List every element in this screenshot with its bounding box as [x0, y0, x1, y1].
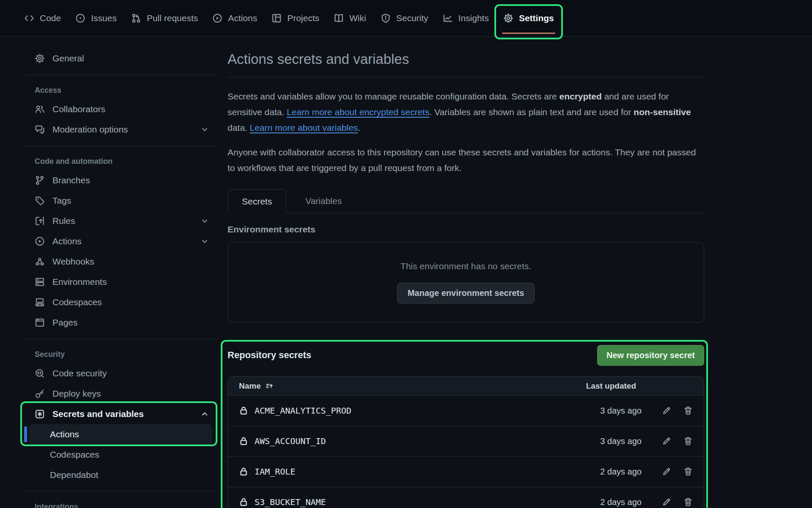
sidebar-item-label: Code security — [52, 368, 107, 378]
edit-secret-button[interactable] — [662, 497, 671, 507]
sidebar-item-label: Moderation options — [52, 124, 128, 135]
key-asterisk-icon — [35, 409, 45, 419]
environment-secrets-empty-box: This environment has no secrets. Manage … — [228, 242, 704, 323]
sidebar-subitem-label: Dependabot — [50, 470, 98, 480]
github-repo-settings-page: { "colors": { "annotation_green": "#2ee5… — [0, 0, 812, 508]
row-actions — [662, 467, 693, 476]
delete-secret-button[interactable] — [683, 406, 693, 415]
nav-tab-label: Projects — [287, 13, 319, 23]
last-updated-value: 3 days ago — [600, 436, 642, 446]
column-header-name[interactable]: Name — [239, 381, 274, 391]
sidebar-item-branches[interactable]: Branches — [25, 170, 221, 190]
divider — [25, 75, 218, 75]
sidebar-item-label: Actions — [52, 236, 82, 246]
learn-more-encrypted-secrets-link[interactable]: Learn more about encrypted secrets — [287, 107, 429, 117]
page-title: Actions secrets and variables — [228, 51, 704, 68]
nav-tab-label: Security — [396, 13, 428, 23]
nav-tab-code[interactable]: Code — [17, 0, 68, 36]
table-icon — [272, 13, 282, 23]
secret-name: AWS_ACCOUNT_ID — [239, 436, 326, 446]
nav-tab-pull-requests[interactable]: Pull requests — [124, 0, 205, 36]
row-actions — [662, 406, 693, 415]
sidebar-item-label: Collaborators — [52, 104, 105, 114]
sidebar-item-collaborators[interactable]: Collaborators — [25, 99, 221, 119]
sidebar-subitem-actions-active[interactable]: Actions — [29, 424, 212, 444]
sidebar-item-deploy-keys[interactable]: Deploy keys — [25, 384, 221, 404]
sidebar-item-label: Pages — [52, 318, 78, 328]
sidebar-subitem-dependabot[interactable]: Dependabot — [25, 465, 221, 485]
edit-secret-button[interactable] — [662, 467, 671, 476]
lock-icon — [239, 436, 248, 446]
manage-environment-secrets-button[interactable]: Manage environment secrets — [397, 283, 535, 304]
delete-secret-button[interactable] — [683, 467, 693, 476]
pencil-icon — [662, 436, 671, 446]
nav-tab-settings[interactable]: Settings — [496, 0, 561, 36]
shield-icon — [381, 13, 391, 23]
chevron-up-icon — [200, 409, 210, 419]
sidebar-subitem-codespaces[interactable]: Codespaces — [25, 444, 221, 465]
sidebar-item-rules[interactable]: Rules — [25, 211, 221, 231]
secrets-and-variables-group: Secrets and variables Actions — [25, 404, 221, 444]
codespaces-icon — [35, 297, 45, 307]
tab-variables[interactable]: Variables — [291, 189, 356, 213]
nav-tab-security[interactable]: Security — [373, 0, 436, 36]
delete-secret-button[interactable] — [683, 436, 693, 446]
nav-tab-label: Wiki — [349, 13, 366, 23]
sidebar-subitem-label: Codespaces — [50, 450, 99, 460]
nav-tab-projects[interactable]: Projects — [264, 0, 326, 36]
divider — [25, 146, 218, 146]
row-actions — [662, 436, 693, 446]
lock-icon — [239, 406, 248, 415]
nav-tab-actions[interactable]: Actions — [205, 0, 264, 36]
repository-secrets-section: Repository secrets New repository secret… — [228, 342, 704, 508]
sidebar-item-label: General — [52, 53, 84, 64]
active-tab-underline — [502, 33, 555, 34]
people-icon — [35, 104, 45, 114]
settings-content: Actions secrets and variables Secrets an… — [228, 36, 704, 508]
sidebar-item-label: Branches — [52, 175, 90, 185]
nav-tab-wiki[interactable]: Wiki — [326, 0, 373, 36]
pencil-icon — [662, 467, 671, 476]
sidebar-item-environments[interactable]: Environments — [25, 272, 221, 292]
trash-icon — [683, 406, 693, 415]
divider — [25, 491, 218, 491]
sidebar-item-codespaces[interactable]: Codespaces — [25, 292, 221, 312]
sidebar-section-header-security: Security — [35, 350, 221, 359]
webhook-icon — [35, 257, 45, 267]
column-header-last-updated: Last updated — [586, 381, 636, 391]
environment-empty-message: This environment has no secrets. — [401, 261, 531, 271]
graph-icon — [443, 13, 453, 23]
table-header-row: Name Last updated — [228, 377, 704, 395]
intro-paragraph: Secrets and variables allow you to manag… — [228, 88, 704, 135]
sidebar-item-actions[interactable]: Actions — [25, 231, 221, 251]
intro-bold-non-sensitive: non-sensitive — [634, 107, 691, 117]
settings-sidebar: General Access Collaborators Moderation … — [0, 36, 221, 508]
new-repository-secret-button[interactable]: New repository secret — [597, 345, 704, 366]
edit-secret-button[interactable] — [662, 406, 671, 415]
delete-secret-button[interactable] — [683, 497, 693, 507]
nav-tab-label: Pull requests — [147, 13, 198, 23]
sidebar-item-general[interactable]: General — [25, 48, 221, 69]
tab-secrets[interactable]: Secrets — [228, 189, 286, 213]
secret-name-label: AWS_ACCOUNT_ID — [255, 436, 326, 446]
nav-tab-issues[interactable]: Issues — [68, 0, 124, 36]
chevron-down-icon — [200, 216, 210, 226]
sidebar-item-label: Codespaces — [52, 297, 102, 307]
last-updated-value: 2 days ago — [600, 467, 642, 477]
sidebar-item-pages[interactable]: Pages — [25, 312, 221, 333]
sidebar-subitem-label: Actions — [50, 429, 79, 439]
sort-ascending-icon — [265, 382, 274, 390]
sidebar-item-moderation-options[interactable]: Moderation options — [25, 119, 221, 140]
server-icon — [35, 277, 45, 287]
nav-tab-insights[interactable]: Insights — [436, 0, 496, 36]
sidebar-item-tags[interactable]: Tags — [25, 190, 221, 211]
secret-name: ACME_ANALYTICS_PROD — [239, 406, 351, 416]
sidebar-item-label: Deploy keys — [52, 389, 101, 399]
sidebar-item-secrets-and-variables[interactable]: Secrets and variables — [25, 404, 221, 424]
intro-text: data. — [228, 123, 250, 133]
sidebar-item-code-security[interactable]: Code security — [25, 363, 221, 384]
learn-more-variables-link[interactable]: Learn more about variables — [250, 123, 358, 133]
code-scan-icon — [35, 368, 45, 378]
edit-secret-button[interactable] — [662, 436, 671, 446]
sidebar-item-webhooks[interactable]: Webhooks — [25, 251, 221, 272]
